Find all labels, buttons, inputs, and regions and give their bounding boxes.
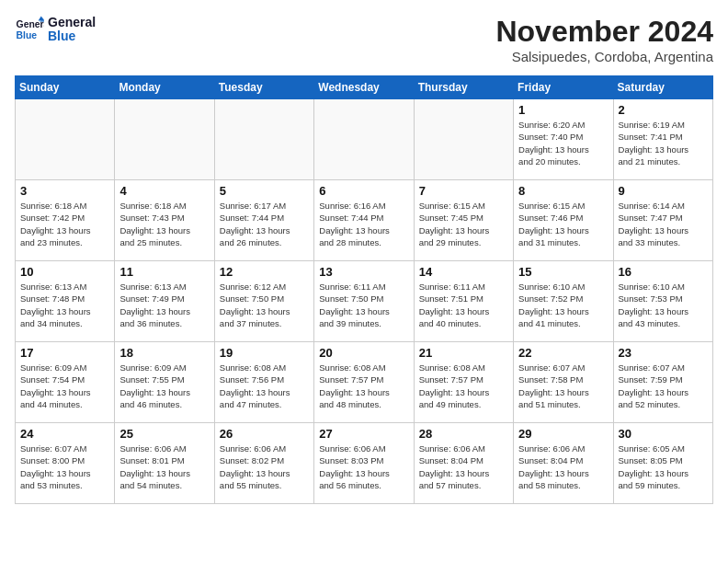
day-info: Sunrise: 6:13 AM Sunset: 7:48 PM Dayligh… bbox=[20, 281, 109, 329]
day-info: Sunrise: 6:17 AM Sunset: 7:44 PM Dayligh… bbox=[220, 200, 309, 248]
day-info: Sunrise: 6:06 AM Sunset: 8:01 PM Dayligh… bbox=[119, 442, 209, 491]
day-number: 25 bbox=[119, 427, 209, 441]
day-info: Sunrise: 6:15 AM Sunset: 7:45 PM Dayligh… bbox=[419, 200, 508, 248]
day-info: Sunrise: 6:11 AM Sunset: 7:50 PM Dayligh… bbox=[319, 281, 408, 329]
page-header: General Blue General Blue November 2024 … bbox=[15, 15, 713, 64]
calendar-cell bbox=[115, 99, 214, 180]
day-info: Sunrise: 6:08 AM Sunset: 7:57 PM Dayligh… bbox=[319, 362, 408, 410]
day-number: 26 bbox=[220, 427, 309, 441]
calendar-cell: 12Sunrise: 6:12 AM Sunset: 7:50 PM Dayli… bbox=[214, 261, 313, 342]
day-info: Sunrise: 6:20 AM Sunset: 7:40 PM Dayligh… bbox=[518, 119, 608, 167]
day-number: 8 bbox=[518, 184, 608, 198]
day-number: 22 bbox=[518, 346, 608, 360]
col-header-tuesday: Tuesday bbox=[214, 76, 313, 99]
day-number: 30 bbox=[619, 427, 708, 441]
calendar-cell: 14Sunrise: 6:11 AM Sunset: 7:51 PM Dayli… bbox=[414, 261, 513, 342]
day-info: Sunrise: 6:06 AM Sunset: 8:04 PM Dayligh… bbox=[518, 442, 608, 491]
day-info: Sunrise: 6:07 AM Sunset: 7:59 PM Dayligh… bbox=[619, 362, 708, 410]
calendar-cell: 18Sunrise: 6:09 AM Sunset: 7:55 PM Dayli… bbox=[115, 342, 214, 423]
calendar-cell: 13Sunrise: 6:11 AM Sunset: 7:50 PM Dayli… bbox=[314, 261, 414, 342]
calendar-cell: 16Sunrise: 6:10 AM Sunset: 7:53 PM Dayli… bbox=[613, 261, 712, 342]
calendar-cell: 28Sunrise: 6:06 AM Sunset: 8:04 PM Dayli… bbox=[414, 423, 513, 504]
day-info: Sunrise: 6:05 AM Sunset: 8:05 PM Dayligh… bbox=[619, 442, 708, 491]
day-number: 23 bbox=[619, 346, 708, 360]
logo-line2: Blue bbox=[48, 29, 96, 43]
day-info: Sunrise: 6:16 AM Sunset: 7:44 PM Dayligh… bbox=[319, 200, 408, 248]
day-info: Sunrise: 6:12 AM Sunset: 7:50 PM Dayligh… bbox=[220, 281, 309, 329]
col-header-monday: Monday bbox=[115, 76, 214, 99]
day-info: Sunrise: 6:11 AM Sunset: 7:51 PM Dayligh… bbox=[419, 281, 508, 329]
col-header-saturday: Saturday bbox=[613, 76, 712, 99]
calendar-header-row: SundayMondayTuesdayWednesdayThursdayFrid… bbox=[16, 76, 713, 99]
calendar-table: SundayMondayTuesdayWednesdayThursdayFrid… bbox=[15, 75, 713, 504]
day-info: Sunrise: 6:19 AM Sunset: 7:41 PM Dayligh… bbox=[619, 119, 708, 167]
calendar-week-1: 1Sunrise: 6:20 AM Sunset: 7:40 PM Daylig… bbox=[16, 99, 713, 180]
calendar-cell: 15Sunrise: 6:10 AM Sunset: 7:52 PM Dayli… bbox=[514, 261, 613, 342]
day-number: 1 bbox=[518, 103, 608, 117]
calendar-week-5: 24Sunrise: 6:07 AM Sunset: 8:00 PM Dayli… bbox=[16, 423, 713, 504]
day-info: Sunrise: 6:06 AM Sunset: 8:03 PM Dayligh… bbox=[319, 442, 408, 491]
calendar-cell: 21Sunrise: 6:08 AM Sunset: 7:57 PM Dayli… bbox=[414, 342, 513, 423]
day-number: 29 bbox=[518, 427, 608, 441]
calendar-week-4: 17Sunrise: 6:09 AM Sunset: 7:54 PM Dayli… bbox=[16, 342, 713, 423]
calendar-week-2: 3Sunrise: 6:18 AM Sunset: 7:42 PM Daylig… bbox=[16, 180, 713, 261]
calendar-cell: 3Sunrise: 6:18 AM Sunset: 7:42 PM Daylig… bbox=[16, 180, 115, 261]
logo-icon: General Blue bbox=[15, 15, 44, 44]
calendar-cell: 29Sunrise: 6:06 AM Sunset: 8:04 PM Dayli… bbox=[514, 423, 613, 504]
day-number: 3 bbox=[20, 184, 109, 198]
calendar-cell: 7Sunrise: 6:15 AM Sunset: 7:45 PM Daylig… bbox=[414, 180, 513, 261]
calendar-cell: 11Sunrise: 6:13 AM Sunset: 7:49 PM Dayli… bbox=[115, 261, 214, 342]
day-number: 17 bbox=[20, 346, 109, 360]
day-info: Sunrise: 6:09 AM Sunset: 7:55 PM Dayligh… bbox=[119, 362, 209, 410]
calendar-cell bbox=[414, 99, 513, 180]
svg-text:Blue: Blue bbox=[17, 30, 38, 40]
month-title: November 2024 bbox=[495, 15, 713, 49]
col-header-thursday: Thursday bbox=[414, 76, 513, 99]
calendar-cell: 27Sunrise: 6:06 AM Sunset: 8:03 PM Dayli… bbox=[314, 423, 414, 504]
day-info: Sunrise: 6:06 AM Sunset: 8:04 PM Dayligh… bbox=[419, 442, 508, 491]
day-number: 28 bbox=[419, 427, 508, 441]
day-info: Sunrise: 6:09 AM Sunset: 7:54 PM Dayligh… bbox=[20, 362, 109, 410]
day-number: 13 bbox=[319, 265, 408, 279]
location-subtitle: Salsipuedes, Cordoba, Argentina bbox=[495, 49, 713, 64]
day-info: Sunrise: 6:10 AM Sunset: 7:53 PM Dayligh… bbox=[619, 281, 708, 329]
day-number: 9 bbox=[619, 184, 708, 198]
day-info: Sunrise: 6:07 AM Sunset: 8:00 PM Dayligh… bbox=[20, 442, 109, 491]
day-info: Sunrise: 6:15 AM Sunset: 7:46 PM Dayligh… bbox=[518, 200, 608, 248]
day-info: Sunrise: 6:10 AM Sunset: 7:52 PM Dayligh… bbox=[518, 281, 608, 329]
day-info: Sunrise: 6:08 AM Sunset: 7:57 PM Dayligh… bbox=[419, 362, 508, 410]
day-number: 7 bbox=[419, 184, 508, 198]
svg-text:General: General bbox=[17, 19, 44, 29]
day-number: 21 bbox=[419, 346, 508, 360]
day-number: 14 bbox=[419, 265, 508, 279]
day-number: 6 bbox=[319, 184, 408, 198]
calendar-cell: 23Sunrise: 6:07 AM Sunset: 7:59 PM Dayli… bbox=[613, 342, 712, 423]
day-info: Sunrise: 6:18 AM Sunset: 7:43 PM Dayligh… bbox=[119, 200, 209, 248]
calendar-cell: 17Sunrise: 6:09 AM Sunset: 7:54 PM Dayli… bbox=[16, 342, 115, 423]
day-number: 10 bbox=[20, 265, 109, 279]
calendar-cell bbox=[314, 99, 414, 180]
day-number: 2 bbox=[619, 103, 708, 117]
calendar-cell: 4Sunrise: 6:18 AM Sunset: 7:43 PM Daylig… bbox=[115, 180, 214, 261]
day-number: 5 bbox=[220, 184, 309, 198]
col-header-friday: Friday bbox=[514, 76, 613, 99]
day-info: Sunrise: 6:06 AM Sunset: 8:02 PM Dayligh… bbox=[220, 442, 309, 491]
day-number: 19 bbox=[220, 346, 309, 360]
day-number: 20 bbox=[319, 346, 408, 360]
day-info: Sunrise: 6:18 AM Sunset: 7:42 PM Dayligh… bbox=[20, 200, 109, 248]
day-number: 18 bbox=[119, 346, 209, 360]
col-header-sunday: Sunday bbox=[16, 76, 115, 99]
calendar-cell: 1Sunrise: 6:20 AM Sunset: 7:40 PM Daylig… bbox=[514, 99, 613, 180]
day-number: 15 bbox=[518, 265, 608, 279]
calendar-cell: 8Sunrise: 6:15 AM Sunset: 7:46 PM Daylig… bbox=[514, 180, 613, 261]
calendar-cell: 6Sunrise: 6:16 AM Sunset: 7:44 PM Daylig… bbox=[314, 180, 414, 261]
day-info: Sunrise: 6:13 AM Sunset: 7:49 PM Dayligh… bbox=[119, 281, 209, 329]
day-info: Sunrise: 6:08 AM Sunset: 7:56 PM Dayligh… bbox=[220, 362, 309, 410]
title-block: November 2024 Salsipuedes, Cordoba, Arge… bbox=[495, 15, 713, 64]
logo: General Blue General Blue bbox=[15, 15, 96, 44]
day-number: 24 bbox=[20, 427, 109, 441]
logo-line1: General bbox=[48, 16, 96, 29]
calendar-cell: 22Sunrise: 6:07 AM Sunset: 7:58 PM Dayli… bbox=[514, 342, 613, 423]
calendar-cell bbox=[16, 99, 115, 180]
calendar-cell: 26Sunrise: 6:06 AM Sunset: 8:02 PM Dayli… bbox=[214, 423, 313, 504]
